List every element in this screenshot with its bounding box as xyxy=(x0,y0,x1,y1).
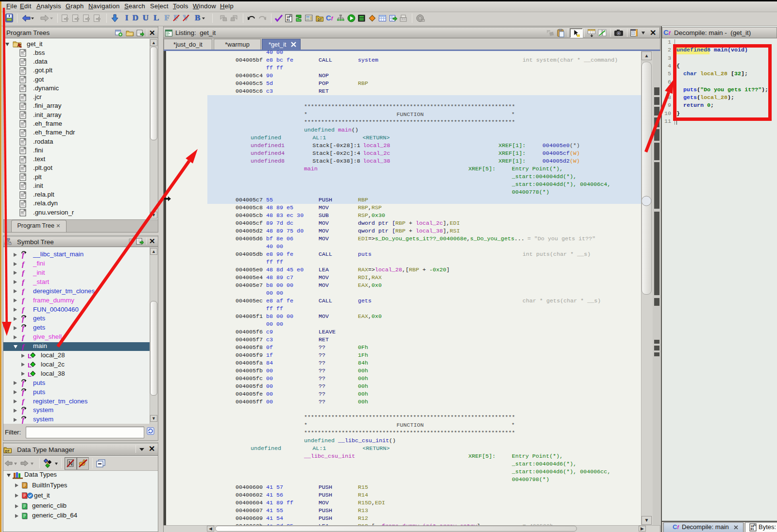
svg-text:f: f xyxy=(22,278,25,286)
svg-text:f: f xyxy=(22,398,25,405)
svg-text:DT: DT xyxy=(318,18,322,21)
svg-text:01: 01 xyxy=(287,18,290,21)
svg-text:f: f xyxy=(22,287,25,295)
svg-text:f: f xyxy=(22,260,25,268)
svg-text:01: 01 xyxy=(751,527,755,531)
svg-text:f: f xyxy=(22,297,25,304)
svg-text:f: f xyxy=(22,306,25,314)
svg-text:f: f xyxy=(22,333,25,341)
svg-text:f: f xyxy=(22,343,25,350)
svg-text:f: f xyxy=(22,269,25,277)
svg-text:DT: DT xyxy=(5,449,10,453)
